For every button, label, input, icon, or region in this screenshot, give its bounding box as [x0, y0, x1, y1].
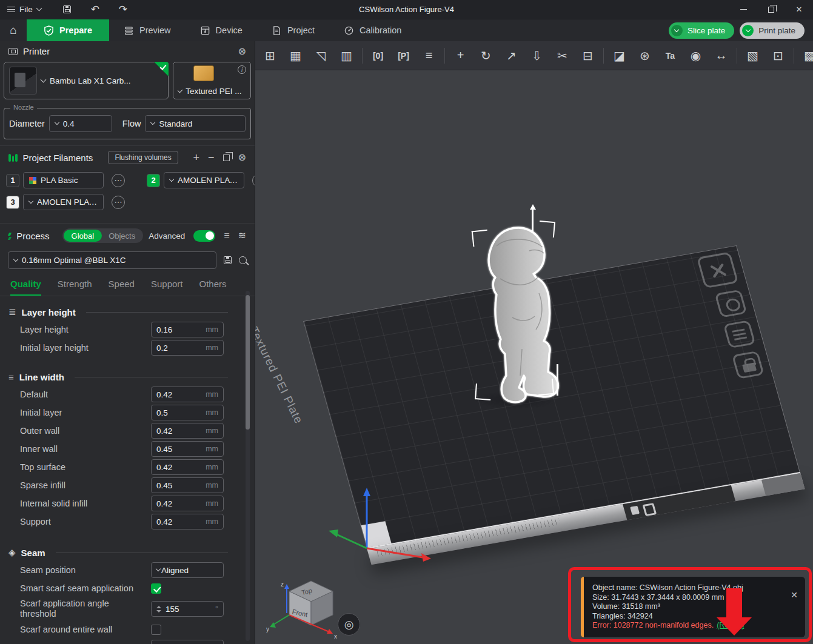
split-icon[interactable]: ⊟ [578, 45, 598, 65]
plate-card[interactable]: i Textured PEI ... [173, 62, 251, 99]
slice-plate-button[interactable]: Slice plate [669, 22, 734, 39]
place-on-face-icon[interactable]: ⇩ [527, 45, 547, 65]
clipped-input[interactable] [151, 640, 224, 644]
redo-button[interactable]: ↷ [114, 2, 132, 18]
cut-icon[interactable]: ✂ [552, 45, 572, 65]
close-button[interactable]: ✕ [785, 0, 813, 19]
layer-height-input[interactable]: 0.16mm [151, 322, 224, 337]
setting-label: Default [20, 390, 146, 400]
add-filament-button[interactable]: + [193, 152, 200, 163]
line-width-sparse-infill-input[interactable]: 0.45mm [151, 477, 224, 493]
slice-dropdown-icon[interactable] [671, 25, 683, 36]
save-button[interactable] [58, 2, 76, 18]
tab-project[interactable]: Project [257, 19, 329, 41]
fit-view-icon[interactable]: ⊡ [768, 45, 788, 65]
spinner-arrows[interactable] [156, 606, 161, 612]
tab-quality[interactable]: Quality [10, 279, 41, 296]
advanced-toggle[interactable] [193, 230, 215, 242]
color-paint-icon[interactable]: ◉ [686, 45, 706, 65]
filament-1-edit-button[interactable]: ⋯ [112, 174, 125, 187]
scope-objects[interactable]: Objects [102, 230, 142, 242]
group-line-width: ≡ Line width [0, 365, 255, 385]
smart-scarf-seam-checkbox[interactable] [151, 583, 161, 594]
auto-orient-icon[interactable]: ◹ [311, 45, 331, 65]
printer-card[interactable]: Bambu Lab X1 Carb... [4, 62, 169, 99]
save-preset-icon[interactable] [224, 256, 232, 264]
line-width-support-input[interactable]: 0.42mm [151, 514, 224, 529]
filament-3-edit-button[interactable]: ⋯ [112, 196, 125, 209]
tab-others[interactable]: Others [199, 279, 227, 296]
group-title: Line width [19, 372, 64, 382]
scope-global[interactable]: Global [64, 230, 102, 242]
scene-3d[interactable]: Textured PEI Plate [255, 41, 813, 644]
line-width-internal-solid-input[interactable]: 0.42mm [151, 496, 224, 511]
filament-backup-icon[interactable] [223, 154, 230, 161]
minimize-button[interactable] [729, 0, 757, 19]
close-icon[interactable]: ✕ [791, 590, 798, 600]
line-width-inner-wall-input[interactable]: 0.45mm [151, 441, 224, 457]
filament-1-select[interactable]: PLA Basic [23, 172, 104, 188]
scarf-angle-threshold-input[interactable]: 155° [151, 601, 224, 617]
filament-3-select[interactable]: AMOLEN PLA M... [23, 194, 104, 210]
move-icon[interactable]: + [450, 45, 470, 65]
scale-icon[interactable]: ↗ [501, 45, 521, 65]
flow-select[interactable]: Standard [145, 115, 246, 132]
filament-1-badge[interactable]: 1 [6, 174, 19, 187]
scarf-entire-wall-checkbox[interactable] [151, 625, 161, 635]
line-width-initial-layer-input[interactable]: 0.5mm [151, 405, 224, 420]
repair-link[interactable]: (Repair) [717, 621, 744, 629]
nav-cube[interactable]: Top Front z x y [265, 562, 353, 644]
tab-prepare[interactable]: Prepare [27, 19, 109, 41]
tab-speed[interactable]: Speed [109, 279, 135, 296]
maximize-button[interactable] [757, 0, 785, 19]
text-tool-icon[interactable]: Ta [660, 45, 680, 65]
plate-index-icon[interactable]: [0] [368, 45, 388, 65]
arrange-icon[interactable]: ▥ [336, 45, 356, 65]
add-object-icon[interactable]: ⊞ [260, 45, 280, 65]
search-icon[interactable] [239, 256, 247, 264]
line-width-top-surface-input[interactable]: 0.42mm [151, 459, 224, 475]
seam-paint-icon[interactable]: ▧ [743, 45, 763, 65]
measure-icon[interactable]: ↔ [711, 45, 731, 65]
assembly-icon[interactable]: ▩ [800, 45, 813, 65]
nozzle-group: Nozzle Diameter 0.4 Flow Standard [4, 108, 251, 139]
filament-3-badge[interactable]: 3 [6, 196, 19, 209]
plate-settings-icon[interactable]: [P] [393, 45, 413, 65]
add-plate-icon[interactable]: ▦ [286, 45, 306, 65]
nozzle-diameter-select[interactable]: 0.4 [49, 115, 112, 132]
undo-button[interactable]: ↶ [86, 2, 104, 18]
printer-settings-gear-icon[interactable]: ⊛ [238, 47, 246, 56]
filament-2-select[interactable]: AMOLEN PLA M... [164, 172, 244, 188]
tab-calibration[interactable]: Calibration [329, 19, 416, 41]
process-profile-select[interactable]: 0.16mm Optimal @BBL X1C [8, 251, 216, 269]
flushing-volumes-button[interactable]: Flushing volumes [108, 151, 178, 164]
tab-strength[interactable]: Strength [58, 279, 92, 296]
home-button[interactable]: ⌂ [0, 19, 27, 41]
warning-accent-bar [581, 577, 584, 637]
process-tune-icon[interactable]: ≋ [238, 231, 246, 241]
chamfer-icon[interactable]: ◪ [609, 45, 629, 65]
viewport-3d[interactable]: ⊞ ▦ ◹ ▥ [0] [P] ≡ + ↻ ↗ ⇩ ✂ ⊟ ◪ ⊛ Ta ◉ ↔… [255, 41, 813, 644]
seam-position-select[interactable]: Aligned [151, 562, 224, 578]
plate-list-icon[interactable]: ≡ [419, 45, 439, 65]
mesh-boolean-icon[interactable]: ⊛ [635, 45, 655, 65]
rotate-icon[interactable]: ↻ [476, 45, 496, 65]
tab-preview[interactable]: Preview [109, 19, 186, 41]
view-gizmo-button[interactable]: ◎ [338, 613, 360, 636]
sidebar-scrollbar-thumb[interactable] [246, 295, 250, 430]
line-width-default-input[interactable]: 0.42mm [151, 387, 224, 402]
process-scope-toggle[interactable]: Global Objects [62, 228, 144, 243]
filament-settings-gear-icon[interactable]: ⊛ [238, 153, 246, 162]
line-width-outer-wall-input[interactable]: 0.42mm [151, 423, 224, 439]
initial-layer-height-input[interactable]: 0.2mm [151, 340, 224, 356]
remove-filament-button[interactable]: − [208, 152, 215, 163]
info-icon[interactable]: i [238, 65, 246, 74]
file-menu[interactable]: File [0, 0, 49, 19]
setting-label: Sparse infill [20, 480, 146, 491]
print-dropdown-icon[interactable] [742, 25, 754, 36]
print-plate-button[interactable]: Print plate [740, 22, 805, 39]
tab-device[interactable]: Device [186, 19, 257, 41]
tab-support[interactable]: Support [151, 279, 183, 296]
filament-2-badge[interactable]: 2 [147, 174, 160, 187]
process-list-icon[interactable]: ≡ [224, 231, 229, 241]
